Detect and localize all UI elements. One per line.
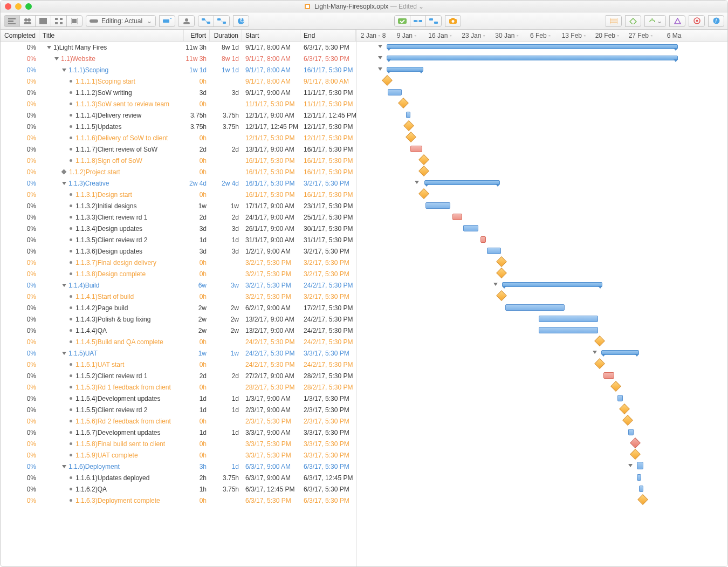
cell-end[interactable]: 24/2/17, 5:30 PM bbox=[300, 313, 356, 325]
cell-title[interactable]: 1.1.2) Project start bbox=[39, 166, 184, 177]
disclosure-triangle-icon[interactable] bbox=[47, 46, 51, 49]
task-row[interactable]: 0%1.1.3.6) Design updates3d3d1/2/17, 9:0… bbox=[1, 245, 356, 257]
gantt-milestone-diamond[interactable] bbox=[382, 75, 393, 86]
cell-start[interactable]: 17/1/17, 9:00 AM bbox=[242, 200, 300, 211]
gantt-disclosure-icon[interactable] bbox=[378, 56, 382, 59]
cell-completed[interactable]: 0% bbox=[1, 177, 39, 189]
cell-duration[interactable] bbox=[210, 132, 242, 144]
task-row[interactable]: 0%1.1.1.5) Updates3.75h3.75h12/1/17, 12:… bbox=[1, 121, 356, 132]
cell-start[interactable]: 31/1/17, 9:00 AM bbox=[242, 234, 300, 245]
cell-duration[interactable] bbox=[210, 359, 242, 370]
gantt-row[interactable] bbox=[356, 438, 727, 449]
cell-duration[interactable] bbox=[210, 495, 242, 506]
cell-duration[interactable]: 1d bbox=[210, 404, 242, 415]
cell-completed[interactable]: 0% bbox=[1, 245, 39, 257]
task-row[interactable]: 0%1.1.1.3) SoW sent to review team0h11/1… bbox=[1, 98, 356, 110]
cell-duration[interactable] bbox=[210, 76, 242, 87]
task-row[interactable]: 0%1.1.3.1) Design start0h16/1/17, 5:30 P… bbox=[1, 189, 356, 200]
cell-title[interactable]: 1.1.3.8) Design complete bbox=[39, 268, 184, 279]
gantt-task-bar[interactable] bbox=[639, 486, 643, 492]
cell-end[interactable]: 6/3/17, 5:30 PM bbox=[300, 461, 356, 472]
cell-duration[interactable] bbox=[210, 381, 242, 393]
cell-title[interactable]: 1.1.5.4) Development updates bbox=[39, 393, 184, 404]
cell-completed[interactable]: 0% bbox=[1, 98, 39, 110]
task-row[interactable]: 0%1.1.3.4) Design updates3d3d26/1/17, 9:… bbox=[1, 223, 356, 234]
cell-end[interactable]: 28/2/17, 5:30 PM bbox=[300, 370, 356, 381]
cell-duration[interactable]: 3.75h bbox=[210, 121, 242, 132]
cell-effort[interactable]: 3d bbox=[184, 87, 210, 98]
gantt-summary-bar[interactable] bbox=[601, 350, 639, 355]
cell-title[interactable]: 1.1.1.3) SoW sent to review team bbox=[39, 98, 184, 110]
cell-duration[interactable] bbox=[210, 336, 242, 347]
gantt-milestone-diamond[interactable] bbox=[398, 98, 409, 108]
task-row[interactable]: 0%1.1.5.9) UAT complete0h3/3/17, 5:30 PM… bbox=[1, 449, 356, 461]
add-resource-button[interactable] bbox=[178, 15, 195, 27]
cell-completed[interactable]: 0% bbox=[1, 166, 39, 177]
cell-title[interactable]: 1.1.5.6) Rd 2 feedback from client bbox=[39, 415, 184, 427]
cell-end[interactable]: 3/2/17, 5:30 PM bbox=[300, 177, 356, 189]
cell-end[interactable]: 25/1/17, 5:30 PM bbox=[300, 211, 356, 223]
gantt-row[interactable] bbox=[356, 200, 727, 211]
cell-completed[interactable]: 0% bbox=[1, 144, 39, 155]
task-row[interactable]: 0%1.1.5.5) Client review rd 21d1d2/3/17,… bbox=[1, 404, 356, 415]
cell-start[interactable]: 12/1/17, 5:30 PM bbox=[242, 132, 300, 144]
cell-duration[interactable]: 1d bbox=[210, 234, 242, 245]
gantt-disclosure-icon[interactable] bbox=[415, 181, 419, 184]
disclosure-triangle-icon[interactable] bbox=[62, 284, 66, 287]
cell-end[interactable]: 16/1/17, 5:30 PM bbox=[300, 144, 356, 155]
gantt-row[interactable] bbox=[356, 415, 727, 427]
task-row[interactable]: 0%1.1.4.4) QA2w2w13/2/17, 9:00 AM24/2/17… bbox=[1, 325, 356, 336]
gantt-task-bar[interactable] bbox=[505, 304, 565, 311]
gantt-row[interactable] bbox=[356, 257, 727, 268]
gantt-row[interactable] bbox=[356, 370, 727, 381]
cell-duration[interactable] bbox=[210, 268, 242, 279]
gantt-row[interactable] bbox=[356, 76, 727, 87]
cell-completed[interactable]: 0% bbox=[1, 234, 39, 245]
cell-effort[interactable]: 3.75h bbox=[184, 121, 210, 132]
gantt-milestone-diamond[interactable] bbox=[418, 166, 429, 176]
cell-completed[interactable]: 0% bbox=[1, 427, 39, 438]
cell-title[interactable]: 1.1.1.1) Scoping start bbox=[39, 76, 184, 87]
cell-end[interactable]: 28/2/17, 5:30 PM bbox=[300, 381, 356, 393]
cell-duration[interactable]: 2d bbox=[210, 370, 242, 381]
task-row[interactable]: 0%1.1.4.3) Polish & bug fixing2w2w13/2/1… bbox=[1, 313, 356, 325]
task-row[interactable]: 0%1.1.3.5) Client review rd 21d1d31/1/17… bbox=[1, 234, 356, 245]
gantt-row[interactable] bbox=[356, 291, 727, 302]
cell-title[interactable]: 1.1.3.7) Final design delivery bbox=[39, 257, 184, 268]
cell-title[interactable]: 1.1.6) Deployment bbox=[39, 461, 184, 472]
cell-duration[interactable]: 2w bbox=[210, 325, 242, 336]
editing-mode-selector[interactable]: Editing: Actual ⌄ bbox=[86, 15, 156, 27]
cell-effort[interactable]: 0h bbox=[184, 189, 210, 200]
cell-title[interactable]: 1.1.3.1) Design start bbox=[39, 189, 184, 200]
cell-start[interactable]: 3/2/17, 5:30 PM bbox=[242, 279, 300, 291]
cell-effort[interactable]: 11w 3h bbox=[184, 42, 210, 53]
cell-title[interactable]: 1.1.3.6) Design updates bbox=[39, 245, 184, 257]
cell-end[interactable]: 3/2/17, 5:30 PM bbox=[300, 245, 356, 257]
cell-title[interactable]: 1.1.1.8) Sign off of SoW bbox=[39, 155, 184, 166]
cell-start[interactable]: 16/1/17, 5:30 PM bbox=[242, 155, 300, 166]
cell-completed[interactable]: 0% bbox=[1, 189, 39, 200]
cell-duration[interactable]: 2d bbox=[210, 211, 242, 223]
sync-button[interactable]: ⌄ bbox=[644, 15, 666, 27]
task-row[interactable]: 0%1.1.5.3) Rd 1 feedback from client0h28… bbox=[1, 381, 356, 393]
task-row[interactable]: 0%1.1.5.1) UAT start0h24/2/17, 5:30 PM24… bbox=[1, 359, 356, 370]
cell-end[interactable]: 24/2/17, 5:30 PM bbox=[300, 279, 356, 291]
gantt-row[interactable] bbox=[356, 98, 727, 110]
gantt-row[interactable] bbox=[356, 449, 727, 461]
cell-start[interactable]: 24/2/17, 5:30 PM bbox=[242, 359, 300, 370]
gantt-task-bar[interactable] bbox=[487, 248, 501, 254]
cell-title[interactable]: 1.1.3.2) Initial designs bbox=[39, 200, 184, 211]
cell-title[interactable]: 1.1.5.3) Rd 1 feedback from client bbox=[39, 381, 184, 393]
close-window-button[interactable] bbox=[5, 3, 11, 10]
cell-completed[interactable]: 0% bbox=[1, 336, 39, 347]
dashboard-button[interactable] bbox=[689, 15, 705, 27]
cell-effort[interactable]: 0h bbox=[184, 381, 210, 393]
cell-completed[interactable]: 0% bbox=[1, 257, 39, 268]
gantt-row[interactable] bbox=[356, 359, 727, 370]
cell-effort[interactable]: 3d bbox=[184, 223, 210, 234]
gantt-task-bar[interactable] bbox=[425, 202, 450, 209]
cell-duration[interactable]: 3.75h bbox=[210, 110, 242, 121]
gantt-disclosure-icon[interactable] bbox=[593, 351, 597, 354]
gantt-milestone-diamond[interactable] bbox=[403, 120, 414, 131]
task-row[interactable]: 0%1.1.5.4) Development updates1d1d1/3/17… bbox=[1, 393, 356, 404]
